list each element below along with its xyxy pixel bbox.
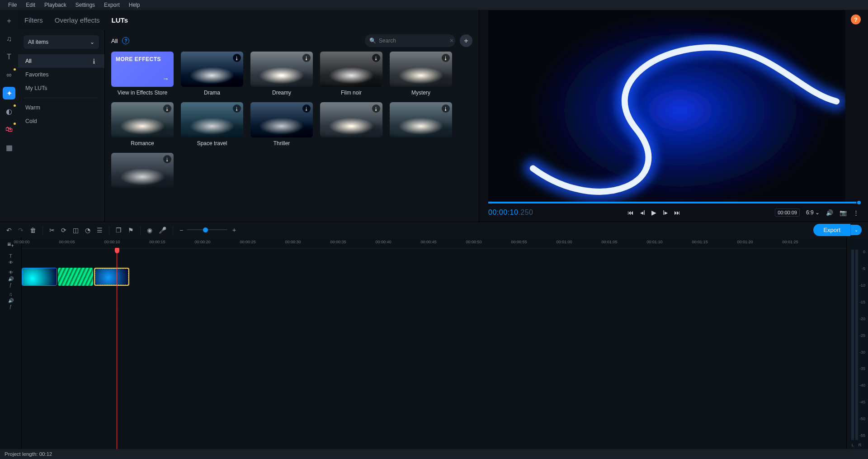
volume-icon[interactable]: 🔊 (826, 209, 833, 216)
marker-icon[interactable]: ⚑ (128, 227, 134, 234)
download-icon[interactable]: ⭳ (163, 104, 171, 113)
clear-search-icon[interactable]: ✕ (449, 38, 454, 44)
split-icon[interactable]: ✂ (49, 227, 55, 234)
menu-help[interactable]: Help (124, 2, 145, 8)
export-button[interactable]: Export (813, 224, 850, 236)
link-icon[interactable]: ƒ (9, 304, 12, 309)
tab-overlay-effects[interactable]: Overlay effects (55, 16, 100, 24)
text-track-header[interactable]: T👁 (0, 251, 21, 268)
card-thriller[interactable]: ⭳Thriller (250, 102, 313, 147)
more-options-icon[interactable]: ⋮ (853, 209, 859, 216)
text-track[interactable] (22, 249, 846, 266)
audio-track[interactable] (22, 288, 846, 309)
rotate-icon[interactable]: ⟳ (61, 227, 66, 234)
crop-icon[interactable]: ◫ (73, 227, 79, 234)
zoom-out-icon[interactable]: − (179, 227, 183, 234)
frame-back-icon[interactable]: ◂Ⅰ (640, 209, 645, 216)
overlay-icon[interactable]: ❐ (116, 227, 122, 234)
card-film-noir[interactable]: ⭳Film noir (320, 52, 382, 96)
audio-track-header[interactable]: ♫ 🔊 ƒ (0, 289, 21, 311)
download-icon[interactable]: ⭳ (302, 104, 311, 113)
add-lut-button[interactable]: ＋ (460, 34, 472, 47)
zoom-in-icon[interactable]: ＋ (231, 226, 237, 234)
download-icon[interactable]: ⭳ (163, 155, 171, 163)
menu-file[interactable]: File (4, 2, 21, 8)
download-icon[interactable]: ⭳ (233, 54, 241, 62)
tab-luts[interactable]: LUTs (112, 16, 128, 24)
frame-forward-icon[interactable]: Ⅰ▸ (663, 209, 668, 216)
help-button[interactable]: ? (851, 14, 861, 24)
card-mystery[interactable]: ⭳Mystery (390, 52, 452, 96)
search-box[interactable]: 🔍 ✕ (365, 34, 455, 47)
download-icon[interactable]: ⭳ (302, 54, 311, 62)
undo-icon[interactable]: ↶ (6, 227, 12, 234)
search-input[interactable] (379, 38, 447, 44)
record-audio-icon[interactable]: 🎤 (159, 227, 166, 234)
export-dropdown[interactable]: ⌄ (850, 225, 862, 235)
card-more-effects[interactable]: MORE EFFECTS → View in Effects Store (111, 52, 174, 96)
category-my-luts[interactable]: My LUTs (18, 81, 104, 95)
transitions-icon[interactable]: ∞ (3, 69, 15, 81)
card-romance[interactable]: ⭳Romance (111, 102, 174, 147)
titles-icon[interactable]: T (3, 51, 15, 63)
card-lut-extra-2[interactable]: ⭳ (390, 102, 452, 147)
tracks-area[interactable] (22, 249, 846, 449)
link-icon[interactable]: ƒ (9, 283, 12, 288)
download-icon[interactable]: ⭳ (372, 104, 380, 113)
audio-icon[interactable]: ♫ (3, 33, 15, 45)
clip-1[interactable] (22, 268, 57, 286)
effects-icon[interactable]: ✦ (3, 87, 15, 99)
zoom-slider[interactable] (187, 229, 227, 231)
preview-viewport[interactable] (488, 10, 845, 202)
add-media-icon[interactable]: ＋ (3, 14, 15, 27)
aspect-ratio-selector[interactable]: 6:9 ⌄ (806, 209, 820, 216)
stickers-icon[interactable]: 🛍 (3, 123, 15, 136)
menu-export[interactable]: Export (99, 2, 124, 8)
card-lut-extra-3[interactable]: ⭳ (111, 153, 174, 188)
color-adjust-icon[interactable]: ☰ (97, 227, 103, 234)
clip-3-selected[interactable] (94, 268, 129, 286)
timeline-main[interactable]: 00:00:0000:00:0500:00:1000:00:1500:00:20… (22, 238, 846, 449)
video-track-header[interactable]: 👁 🔊 ƒ (0, 268, 21, 289)
preview-duration[interactable]: 00:00:09 (775, 208, 800, 217)
snapshot-icon[interactable]: 📷 (840, 209, 847, 216)
card-lut-extra-1[interactable]: ⭳ (320, 102, 382, 147)
video-track[interactable] (22, 266, 846, 288)
time-ruler[interactable]: 00:00:0000:00:0500:00:1000:00:1500:00:20… (22, 238, 846, 249)
preview-progress[interactable] (488, 202, 859, 203)
more-tools-icon[interactable]: ▦ (3, 141, 15, 154)
category-cold[interactable]: Cold (18, 114, 104, 128)
download-icon[interactable]: ⭳ (372, 54, 380, 62)
tab-filters[interactable]: Filters (24, 16, 43, 24)
clip-2[interactable] (58, 268, 93, 286)
card-drama[interactable]: ⭳Drama (181, 52, 243, 96)
playhead[interactable] (117, 249, 117, 449)
menu-settings[interactable]: Settings (71, 2, 99, 8)
volume-icon[interactable]: 🔊 (8, 298, 14, 303)
zoom-thumb[interactable] (203, 227, 208, 232)
category-all[interactable]: All⭳ (18, 54, 104, 68)
skip-start-icon[interactable]: ⏮ (627, 209, 634, 216)
download-icon[interactable]: ⭳ (442, 104, 450, 113)
skip-end-icon[interactable]: ⏭ (674, 209, 680, 216)
category-dropdown[interactable]: All items ⌄ (24, 35, 99, 49)
volume-icon[interactable]: 🔊 (8, 276, 14, 281)
record-video-icon[interactable]: ◉ (147, 227, 152, 234)
delete-icon[interactable]: 🗑 (30, 227, 36, 234)
help-icon[interactable]: ? (122, 37, 129, 44)
elements-icon[interactable]: ◐ (3, 105, 15, 118)
category-warm[interactable]: Warm (18, 101, 104, 114)
download-icon[interactable]: ⭳ (442, 54, 450, 62)
card-space-travel[interactable]: ⭳Space travel (181, 102, 243, 147)
eye-icon[interactable]: 👁 (9, 270, 13, 275)
eye-icon[interactable]: 👁 (9, 260, 13, 265)
category-favorites[interactable]: Favorites (18, 68, 104, 81)
play-icon[interactable]: ▶ (651, 209, 656, 216)
menu-playback[interactable]: Playback (40, 2, 71, 8)
progress-knob[interactable] (856, 200, 862, 205)
menu-edit[interactable]: Edit (21, 2, 40, 8)
redo-icon[interactable]: ↷ (18, 227, 24, 234)
card-dreamy[interactable]: ⭳Dreamy (250, 52, 313, 96)
speed-icon[interactable]: ◔ (85, 227, 90, 234)
download-icon[interactable]: ⭳ (233, 104, 241, 113)
